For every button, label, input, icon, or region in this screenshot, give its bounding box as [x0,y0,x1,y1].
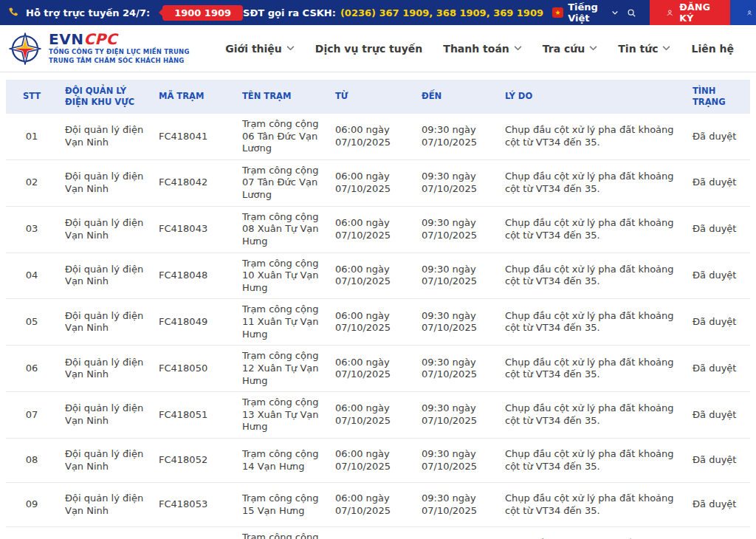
brand-logo[interactable]: EVNCPC TỔNG CÔNG TY ĐIỆN LỰC MIỀN TRUNG … [7,31,190,66]
col-header-from: TỪ [328,80,414,114]
cell-status: Đã duyệt [685,392,750,439]
nav-menu-item-3[interactable]: Tra cứu [543,43,597,55]
cell-reason: Chụp đầu cột xử lý pha đất khoảng cột từ… [498,483,685,527]
cell-from: 06:00 ngày 07/10/2025 [328,346,414,392]
brand-name: EVNCPC [49,32,190,47]
table-row: 07 Đội quản lý điện Vạn Ninh FC418051 Tr… [6,392,750,439]
cell-status: Đã duyệt [685,527,750,539]
outage-schedule-section: STT ĐỘI QUẢN LÝ ĐIỆN KHU VỰC MÃ TRẠM TÊN… [0,72,756,539]
cell-station-name: Trạm công cộng 13 Xuân Tự Vạn Hưng [235,392,328,439]
table-row: 10 Đội quản lý điện Vạn Ninh FC438044 Tr… [6,527,750,539]
cell-stt: 03 [6,206,58,253]
cell-station-name: Trạm công cộng 07 Tân Đức Vạn Lương [235,159,328,206]
cell-reason: Chụp đầu cột xử lý pha đất khoảng cột từ… [498,206,685,253]
cell-to: 09:30 ngày 07/10/2025 [414,299,498,346]
cell-to: 09:30 ngày 07/10/2025 [414,483,498,527]
cskh-numbers: (0236) 367 1909, 368 1909, 369 1909 [340,7,543,18]
outage-table: STT ĐỘI QUẢN LÝ ĐIỆN KHU VỰC MÃ TRẠM TÊN… [6,80,750,539]
cell-reason: Chụp đầu cột xử lý pha đất khoảng cột từ… [498,114,685,159]
cell-station-name: Trạm công cộng 09 Xuân Tự Vạn Hưng [235,527,328,539]
cell-team: Đội quản lý điện Vạn Ninh [58,253,151,299]
table-row: 06 Đội quản lý điện Vạn Ninh FC418050 Tr… [6,346,750,392]
register-label: ĐĂNG KÝ [679,1,714,24]
nav-menu-item-1[interactable]: Dịch vụ trực tuyến [315,43,423,55]
chevron-down-icon [514,46,522,51]
chevron-down-icon [662,46,670,51]
nav-menu-item-2[interactable]: Thanh toán [443,43,522,55]
cell-team: Đội quản lý điện Vạn Ninh [58,114,151,159]
cell-stt: 06 [6,346,58,392]
nav-menu-item-5[interactable]: Liên hệ [691,43,734,55]
brand-text: EVNCPC TỔNG CÔNG TY ĐIỆN LỰC MIỀN TRUNG … [49,32,190,66]
cell-station-code: FC418043 [151,206,235,253]
user-icon [746,7,752,18]
nav-menu-item-0[interactable]: Giới thiệu [225,43,295,55]
cell-stt: 04 [6,253,58,299]
cell-station-code: FC438044 [151,527,235,539]
cell-station-name: Trạm công cộng 10 Xuân Tự Vạn Hưng [235,253,328,299]
cell-to: 09:30 ngày 07/10/2025 [414,206,498,253]
language-selector[interactable]: ★ Tiếng Việt [552,1,618,24]
phone-icon [7,7,19,18]
cell-from: 06:00 ngày 07/10/2025 [328,253,414,299]
language-label: Tiếng Việt [568,1,608,24]
cell-station-name: Trạm công cộng 08 Xuân Tự Vạn Hưng [235,206,328,253]
col-header-status: TÌNH TRẠNG [685,80,750,114]
cell-station-name: Trạm công cộng 14 Vạn Hưng [235,439,328,483]
col-header-station-code: MÃ TRẠM [151,80,235,114]
hotline-badge[interactable]: 1900 1909 [162,5,243,21]
cell-status: Đã duyệt [685,253,750,299]
cell-to: 09:30 ngày 07/10/2025 [414,253,498,299]
evn-logo-icon [7,31,43,66]
cell-stt: 01 [6,114,58,159]
cell-reason: Chụp đầu cột xử lý pha đất khoảng cột từ… [498,299,685,346]
cell-reason: Chụp đầu cột xử lý pha đất khoảng cột từ… [498,346,685,392]
cell-stt: 08 [6,439,58,483]
brand-evn: EVN [49,30,83,48]
cell-reason: Chụp đầu cột xử lý pha đất khoảng cột từ… [498,392,685,439]
cell-reason: Chụp đầu cột xử lý pha đất khoảng cột từ… [498,159,685,206]
cell-stt: 02 [6,159,58,206]
table-row: 09 Đội quản lý điện Vạn Ninh FC418053 Tr… [6,483,750,527]
cell-status: Đã duyệt [685,483,750,527]
brand-cpc: CPC [83,30,117,48]
cell-reason: Chụp đầu cột xử lý pha đất khoảng cột từ… [498,439,685,483]
cell-to: 09:30 ngày 07/10/2025 [414,159,498,206]
nav-menu-item-4[interactable]: Tin tức [618,43,670,55]
col-header-station-name: TÊN TRẠM [235,80,328,114]
cell-from: 06:00 ngày 07/10/2025 [328,159,414,206]
chevron-down-icon [612,10,618,16]
search-icon[interactable] [627,7,636,19]
chevron-down-icon [286,46,295,51]
cell-station-code: FC418050 [151,346,235,392]
cell-to: 09:30 ngày 07/10/2025 [414,392,498,439]
cell-status: Đã duyệt [685,114,750,159]
chevron-down-icon [589,46,597,51]
cell-station-code: FC418048 [151,253,235,299]
cskh-label: SĐT gọi ra CSKH: [243,7,336,18]
company-line2: TRUNG TÂM CHĂM SÓC KHÁCH HÀNG [49,56,190,65]
cell-station-code: FC418042 [151,159,235,206]
user-icon [666,7,674,18]
cell-stt: 10 [6,527,58,539]
topbar-support-group: Hỗ trợ trực tuyến 24/7: 1900 1909 [0,0,243,25]
vietnam-flag-icon: ★ [552,7,563,18]
cell-station-code: FC418051 [151,392,235,439]
table-row: 05 Đội quản lý điện Vạn Ninh FC418049 Tr… [6,299,750,346]
cell-station-code: FC418041 [151,114,235,159]
cell-station-code: FC418053 [151,483,235,527]
register-button[interactable]: ĐĂNG KÝ [650,0,730,25]
cell-stt: 07 [6,392,58,439]
cell-from: 06:00 ngày 07/10/2025 [328,114,414,159]
cell-from: 06:00 ngày 07/10/2025 [328,439,414,483]
cell-station-code: FC418049 [151,299,235,346]
login-button[interactable]: ĐĂNG NHẬP [730,0,756,25]
cell-team: Đội quản lý điện Vạn Ninh [58,392,151,439]
support-label: Hỗ trợ trực tuyến 24/7: [26,7,150,18]
table-row: 02 Đội quản lý điện Vạn Ninh FC418042 Tr… [6,159,750,206]
cell-team: Đội quản lý điện Vạn Ninh [58,206,151,253]
cell-from: 06:00 ngày 07/10/2025 [328,527,414,539]
cell-to: 09:30 ngày 07/10/2025 [414,346,498,392]
cell-from: 06:00 ngày 07/10/2025 [328,206,414,253]
cell-stt: 09 [6,483,58,527]
